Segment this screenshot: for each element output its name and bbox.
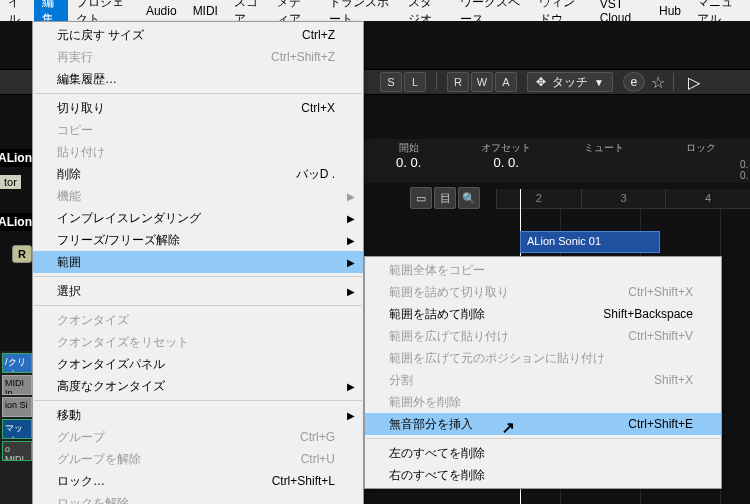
- menu-project[interactable]: プロジェクト: [68, 0, 138, 21]
- menu-item-label: 移動: [57, 407, 81, 424]
- menu-vstcloud[interactable]: VST Cloud: [592, 0, 651, 21]
- menu-item: グループCtrl+G: [33, 426, 363, 448]
- menu-item[interactable]: 左のすべてを削除: [365, 442, 721, 464]
- ruler-tick: 4: [665, 189, 750, 208]
- menu-item-label: 元に戻す サイズ: [57, 27, 144, 44]
- menu-item: 貼り付け: [33, 141, 363, 163]
- menu-item-shortcut: Ctrl+U: [301, 452, 335, 466]
- offset-value[interactable]: 0. 0.: [458, 155, 556, 170]
- menu-item[interactable]: クオンタイズパネル: [33, 353, 363, 375]
- range-submenu[interactable]: 範囲全体をコピー範囲を詰めて切り取りCtrl+Shift+X範囲を詰めて削除Sh…: [364, 256, 722, 489]
- menu-item-label: クオンタイズをリセット: [57, 334, 189, 351]
- menu-media[interactable]: メディア: [269, 0, 321, 21]
- submenu-arrow-icon: ▶: [347, 191, 355, 202]
- menu-item[interactable]: 範囲▶: [33, 251, 363, 273]
- start-label: 開始: [360, 139, 458, 155]
- menu-item-label: 削除: [57, 166, 81, 183]
- solo-button[interactable]: S: [380, 72, 402, 92]
- menu-item-label: 範囲: [57, 254, 81, 271]
- gutter-chip[interactable]: ion Si: [2, 397, 32, 417]
- menu-workspace[interactable]: ワークスペース: [452, 0, 531, 21]
- menu-item-label: 切り取り: [57, 100, 105, 117]
- gutter-chip[interactable]: MIDI In: [2, 375, 32, 395]
- list-view-icon[interactable]: ▭: [410, 187, 432, 209]
- menu-item: 機能▶: [33, 185, 363, 207]
- menu-item: グループを解除Ctrl+U: [33, 448, 363, 470]
- menu-item-shortcut: Ctrl+Shift+Z: [271, 50, 335, 64]
- menu-item-label: コピー: [57, 122, 93, 139]
- e-button[interactable]: e: [623, 72, 645, 92]
- menu-transport[interactable]: トランスポート: [321, 0, 400, 21]
- menu-item[interactable]: 高度なクオンタイズ▶: [33, 375, 363, 397]
- editor-label: tor: [0, 175, 21, 189]
- chevron-down-icon: ▼: [594, 77, 604, 88]
- record-enable-badge[interactable]: R: [12, 245, 32, 263]
- menu-item-label: クオンタイズ: [57, 312, 129, 329]
- menu-item[interactable]: 無音部分を挿入Ctrl+Shift+E: [365, 413, 721, 435]
- gutter-chip[interactable]: /クリプ: [2, 353, 32, 373]
- write-button[interactable]: W: [471, 72, 493, 92]
- read-button[interactable]: R: [447, 72, 469, 92]
- gutter-chip[interactable]: o MIDI: [2, 441, 32, 461]
- submenu-arrow-icon: ▶: [347, 235, 355, 246]
- menu-item-label: クオンタイズパネル: [57, 356, 165, 373]
- menu-item-label: ロック…: [57, 473, 105, 490]
- menu-item-label: 高度なクオンタイズ: [57, 378, 165, 395]
- pointer-tool-icon[interactable]: ▷: [688, 73, 700, 92]
- menu-item: クオンタイズをリセット: [33, 331, 363, 353]
- ruler-tick: 2: [496, 189, 581, 208]
- track-name[interactable]: ALion: [0, 213, 36, 231]
- menu-separator: [34, 93, 362, 94]
- start-value[interactable]: 0. 0.: [360, 155, 458, 170]
- star-icon[interactable]: ☆: [651, 73, 665, 92]
- offset-label: オフセット: [458, 139, 556, 155]
- menu-item[interactable]: 切り取りCtrl+X: [33, 97, 363, 119]
- menu-item-label: ロックを解除: [57, 495, 129, 505]
- a-button[interactable]: A: [495, 72, 517, 92]
- menu-item: 範囲を詰めて切り取りCtrl+Shift+X: [365, 281, 721, 303]
- track-name[interactable]: ALion: [0, 149, 36, 167]
- menu-item[interactable]: 元に戻す サイズCtrl+Z: [33, 24, 363, 46]
- menu-item[interactable]: インプレイスレンダリング▶: [33, 207, 363, 229]
- ruler-tick: 3: [581, 189, 666, 208]
- menu-item[interactable]: 範囲を詰めて削除Shift+Backspace: [365, 303, 721, 325]
- menu-item[interactable]: 選択▶: [33, 280, 363, 302]
- menu-window[interactable]: ウィンドウ: [531, 0, 592, 21]
- menu-separator: [366, 438, 720, 439]
- gutter-chip[interactable]: マップ: [2, 419, 32, 439]
- menu-item-label: フリーズ/フリーズ解除: [57, 232, 180, 249]
- menu-manual[interactable]: マニュアル: [689, 0, 750, 21]
- menu-hub[interactable]: Hub: [651, 0, 689, 21]
- menu-file[interactable]: イル: [0, 0, 34, 21]
- menu-separator: [34, 400, 362, 401]
- menu-item[interactable]: 編集履歴…: [33, 68, 363, 90]
- toolbar-separator: [436, 72, 437, 90]
- menu-item[interactable]: フリーズ/フリーズ解除▶: [33, 229, 363, 251]
- edit-menu[interactable]: 元に戻す サイズCtrl+Z再実行Ctrl+Shift+Z編集履歴…切り取りCt…: [32, 21, 364, 504]
- menu-item-shortcut: Ctrl+Z: [302, 28, 335, 42]
- menu-audio[interactable]: Audio: [138, 0, 185, 21]
- menu-item[interactable]: 右のすべてを削除: [365, 464, 721, 486]
- menu-item-label: グループを解除: [57, 451, 141, 468]
- menu-item: 範囲を広げて元のポジションに貼り付け: [365, 347, 721, 369]
- menu-item-label: 範囲を広げて貼り付け: [389, 328, 509, 345]
- menu-midi[interactable]: MIDI: [185, 0, 226, 21]
- info-line: 開始0. 0. オフセット0. 0. ミュート ロック 0. 0.: [360, 139, 750, 183]
- listen-button[interactable]: L: [404, 72, 426, 92]
- menu-item-label: 分割: [389, 372, 413, 389]
- zoom-icon[interactable]: 🔍: [458, 187, 480, 209]
- menu-item[interactable]: 移動▶: [33, 404, 363, 426]
- automation-mode-label: タッチ: [552, 74, 588, 91]
- menu-studio[interactable]: スタジオ: [400, 0, 452, 21]
- menu-item[interactable]: 削除バッD .: [33, 163, 363, 185]
- menu-item[interactable]: ロック…Ctrl+Shift+L: [33, 470, 363, 492]
- grid-view-icon[interactable]: 目: [434, 187, 456, 209]
- menubar[interactable]: イル 編集 プロジェクト Audio MIDI スコア メディア トランスポート…: [0, 0, 750, 21]
- toolbar-separator: [673, 73, 674, 91]
- menu-score[interactable]: スコア: [226, 0, 269, 21]
- timeline-ruler[interactable]: 2 3 4: [496, 189, 750, 209]
- midi-clip[interactable]: ALion Sonic 01: [520, 231, 660, 253]
- menu-edit[interactable]: 編集: [34, 0, 68, 21]
- automation-mode-dropdown[interactable]: ✥ タッチ ▼: [527, 72, 613, 92]
- menu-item-label: 範囲を詰めて削除: [389, 306, 485, 323]
